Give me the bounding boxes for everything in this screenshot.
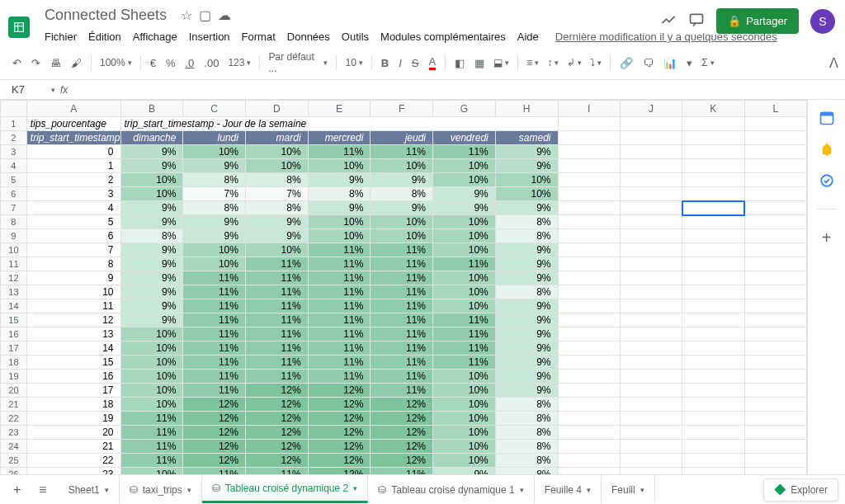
- cell[interactable]: [682, 327, 744, 341]
- data-cell[interactable]: 12%: [245, 384, 308, 398]
- add-sheet-button[interactable]: +: [7, 478, 27, 502]
- data-cell[interactable]: 11%: [371, 243, 433, 257]
- data-cell[interactable]: 8%: [183, 173, 246, 187]
- row-header[interactable]: 17: [1, 341, 27, 356]
- cloud-icon[interactable]: ☁: [218, 7, 231, 23]
- cell[interactable]: [682, 426, 744, 440]
- data-cell[interactable]: 11%: [183, 285, 246, 299]
- data-cell[interactable]: 11%: [371, 299, 433, 313]
- data-cell[interactable]: 10%: [432, 370, 495, 384]
- data-cell[interactable]: 11%: [308, 370, 371, 384]
- data-cell[interactable]: 10%: [120, 384, 183, 398]
- data-cell[interactable]: 10%: [432, 229, 495, 243]
- data-cell[interactable]: 10%: [432, 215, 495, 229]
- data-cell[interactable]: 11%: [245, 257, 308, 271]
- data-cell[interactable]: 9%: [371, 173, 433, 187]
- data-cell[interactable]: 12%: [308, 468, 371, 475]
- data-cell[interactable]: 10%: [432, 454, 495, 468]
- row-key-cell[interactable]: 18: [26, 398, 120, 412]
- sheet-tab[interactable]: ⛁Tableau croisé dynamique 2: [202, 476, 368, 503]
- cell[interactable]: [682, 229, 744, 243]
- data-cell[interactable]: 10%: [432, 440, 495, 454]
- pivot-sub-cell[interactable]: trip_start_timestamp: [26, 131, 120, 145]
- data-cell[interactable]: 11%: [432, 257, 495, 271]
- cell[interactable]: [682, 412, 744, 426]
- data-cell[interactable]: 10%: [245, 159, 308, 173]
- undo-button[interactable]: ↶: [8, 54, 26, 73]
- cell[interactable]: [682, 145, 744, 159]
- data-cell[interactable]: 10%: [183, 145, 246, 159]
- col-header[interactable]: G: [432, 101, 495, 117]
- halign-button[interactable]: ≡: [523, 55, 542, 70]
- cell[interactable]: [682, 257, 744, 271]
- row-key-cell[interactable]: 20: [26, 426, 120, 440]
- row-key-cell[interactable]: 23: [26, 468, 120, 475]
- data-cell[interactable]: 12%: [183, 398, 246, 412]
- row-header[interactable]: 21: [1, 398, 27, 412]
- increase-decimal-button[interactable]: .00: [200, 54, 223, 73]
- row-header[interactable]: 14: [1, 299, 27, 313]
- row-header[interactable]: 13: [1, 285, 27, 299]
- data-cell[interactable]: 11%: [183, 271, 246, 285]
- row-key-cell[interactable]: 13: [26, 327, 120, 341]
- col-header[interactable]: E: [308, 101, 371, 117]
- data-cell[interactable]: 11%: [371, 327, 433, 341]
- data-cell[interactable]: 9%: [495, 341, 558, 356]
- day-header-cell[interactable]: jeudi: [371, 131, 433, 145]
- data-cell[interactable]: 9%: [495, 145, 558, 159]
- data-cell[interactable]: 9%: [120, 145, 183, 159]
- data-cell[interactable]: 9%: [495, 243, 558, 257]
- col-header[interactable]: I: [558, 101, 620, 117]
- data-cell[interactable]: 11%: [432, 313, 495, 327]
- data-cell[interactable]: 9%: [495, 327, 558, 341]
- data-cell[interactable]: 11%: [120, 454, 183, 468]
- col-header[interactable]: F: [371, 101, 433, 117]
- row-header[interactable]: 5: [1, 173, 27, 187]
- data-cell[interactable]: 12%: [308, 412, 371, 426]
- data-cell[interactable]: 11%: [371, 356, 433, 370]
- data-cell[interactable]: 11%: [183, 299, 246, 313]
- data-cell[interactable]: 10%: [120, 187, 183, 201]
- row-key-cell[interactable]: 6: [26, 229, 120, 243]
- col-header[interactable]: D: [245, 101, 308, 117]
- data-cell[interactable]: 11%: [245, 341, 308, 356]
- row-key-cell[interactable]: 8: [26, 257, 120, 271]
- row-header[interactable]: 11: [1, 257, 27, 271]
- col-header[interactable]: K: [682, 101, 744, 117]
- menu-tools[interactable]: Outils: [337, 27, 374, 46]
- tasks-icon[interactable]: [819, 172, 835, 189]
- data-cell[interactable]: 11%: [308, 313, 371, 327]
- data-cell[interactable]: 11%: [371, 341, 433, 356]
- keep-icon[interactable]: [819, 141, 835, 158]
- row-key-cell[interactable]: 10: [26, 285, 120, 299]
- cell[interactable]: [682, 440, 744, 454]
- data-cell[interactable]: 8%: [495, 229, 558, 243]
- data-cell[interactable]: 9%: [495, 384, 558, 398]
- row-key-cell[interactable]: 22: [26, 454, 120, 468]
- row-key-cell[interactable]: 15: [26, 356, 120, 370]
- data-cell[interactable]: 10%: [371, 215, 433, 229]
- data-cell[interactable]: 9%: [308, 173, 371, 187]
- data-cell[interactable]: 10%: [432, 426, 495, 440]
- data-cell[interactable]: 12%: [245, 398, 308, 412]
- data-cell[interactable]: 9%: [245, 229, 308, 243]
- col-header[interactable]: H: [495, 101, 558, 117]
- data-cell[interactable]: 12%: [183, 440, 246, 454]
- avatar[interactable]: S: [810, 9, 835, 34]
- data-cell[interactable]: 12%: [183, 454, 246, 468]
- data-cell[interactable]: 10%: [432, 271, 495, 285]
- cell[interactable]: [682, 454, 744, 468]
- pivot-title-cell[interactable]: tips_pourcentage: [26, 117, 120, 131]
- cell[interactable]: [682, 341, 744, 356]
- day-header-cell[interactable]: vendredi: [432, 131, 495, 145]
- data-cell[interactable]: 10%: [432, 412, 495, 426]
- data-cell[interactable]: 8%: [120, 229, 183, 243]
- data-cell[interactable]: 9%: [120, 271, 183, 285]
- merge-button[interactable]: ⬓: [490, 55, 512, 70]
- data-cell[interactable]: 11%: [432, 356, 495, 370]
- comment-button[interactable]: 🗨: [639, 54, 658, 73]
- day-header-cell[interactable]: lundi: [183, 131, 246, 145]
- data-cell[interactable]: 8%: [495, 285, 558, 299]
- data-cell[interactable]: 7%: [245, 187, 308, 201]
- name-box[interactable]: K7: [8, 82, 51, 97]
